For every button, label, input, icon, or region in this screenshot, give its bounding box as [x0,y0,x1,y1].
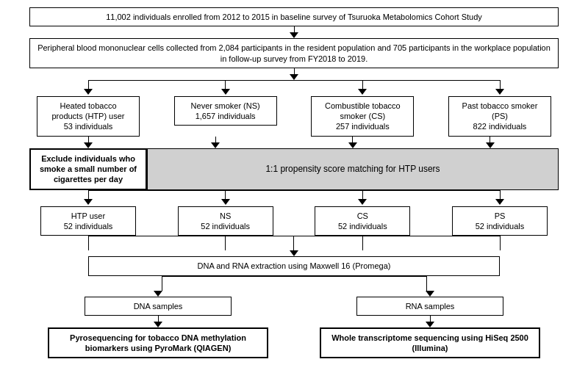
vline-col3 [362,80,363,89]
col-ps: Past tobacco smoker (PS) 822 individuals [441,89,559,137]
arrow-ns-m [221,199,230,205]
connector-line-2 [294,68,295,74]
col-ps-matched: PS 52 individuals [441,199,559,236]
exclude-box: Exclude individuals who smoke a small nu… [29,148,147,190]
col-ns-matched: NS 52 individuals [167,199,284,236]
rna-col: RNA samples Whole transcriptome sequenci… [301,291,559,359]
col-htp-matched: HTP user 52 individuals [29,199,147,236]
propensity-box: 1:1 propensity score matching for HTP us… [147,148,559,190]
ns-box: Never smoker (NS) 1,657 individuals [174,96,277,126]
whole-box: Whole transcriptome sequencing using HiS… [320,327,540,359]
dna-samples-box: DNA samples [85,297,232,316]
arrow-ns-prop [211,142,220,148]
pbmc-collection-box: Peripheral blood mononuclear cells colle… [29,38,559,68]
arrow-col3 [358,89,367,95]
vline-col2 [225,80,226,89]
arrow-whole [426,322,434,327]
vline-htp-mid [88,137,89,142]
h-connector-mid [88,190,500,191]
cs-matched-box: CS 52 individuals [315,206,410,236]
col-cs: Combustible tobacco smoker (CS) 257 indi… [304,89,421,137]
arrow-dna [154,291,162,297]
vline-col4 [500,80,501,89]
arrow-ps-prop [486,142,495,148]
ps-matched-box: PS 52 individuals [452,206,548,236]
pyro-box: Pyrosequencing for tobacco DNA methylati… [48,327,268,359]
htp-matched-box: HTP user 52 individuals [40,206,136,236]
arrow-col1 [84,89,93,95]
htp-exclude-col: Exclude individuals who smoke a small nu… [29,137,147,190]
arrow-1 [290,32,298,38]
propensity-section: 1:1 propensity score matching for HTP us… [147,137,559,190]
h-connector-top [88,80,500,81]
col-cs-matched: CS 52 individuals [304,199,421,236]
arrow-ps-m [495,199,504,205]
arrow-cs-prop [348,142,357,148]
arrow-htp-m [84,199,93,205]
top-enrollment-box: 11,002 individuals enrolled from 2012 to… [29,7,559,26]
arrow-cs-m [358,199,367,205]
extraction-box: DNA and RNA extraction using Maxwell 16 … [88,256,500,275]
vline-col1 [88,80,89,89]
ps-box: Past tobacco smoker (PS) 822 individuals [448,96,551,137]
arrow-col2 [221,89,230,95]
rna-samples-box: RNA samples [356,297,503,316]
vline-rna [430,316,431,322]
arrow-extraction [290,250,298,256]
arrow-2 [290,74,298,80]
htp-box: Heated tobacco products (HTP) user 53 in… [37,96,140,137]
vline-dna [158,316,159,322]
arrow-rna [426,291,434,297]
arrow-pyro [154,322,162,327]
arrow-htp-mid [84,142,93,148]
connector-line-1 [294,26,295,32]
col-ns: Never smoker (NS) 1,657 individuals [167,89,284,126]
cs-box: Combustible tobacco smoker (CS) 257 indi… [311,96,414,137]
arrow-col4 [495,89,504,95]
col-htp: Heated tobacco products (HTP) user 53 in… [29,89,147,137]
ns-matched-box: NS 52 individuals [178,206,273,236]
dna-col: DNA samples Pyrosequencing for tobacco D… [29,291,287,359]
